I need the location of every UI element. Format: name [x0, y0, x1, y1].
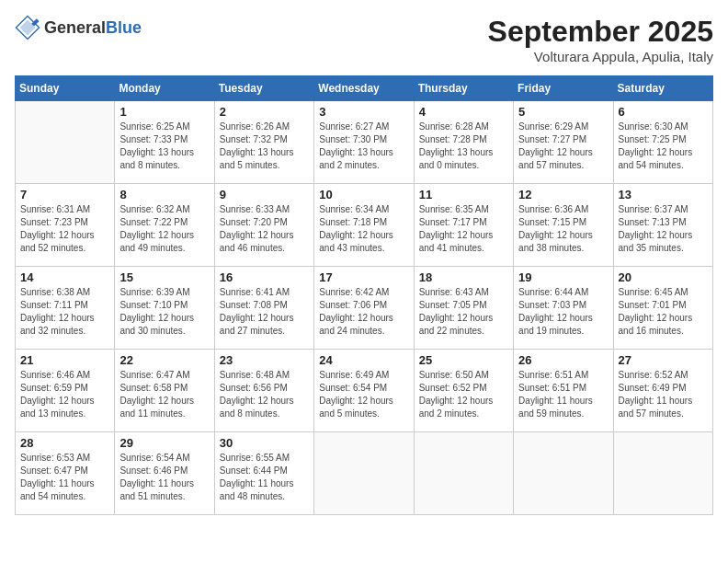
calendar-cell: 7Sunrise: 6:31 AMSunset: 7:23 PMDaylight…	[16, 184, 115, 267]
calendar-cell: 13Sunrise: 6:37 AMSunset: 7:13 PMDayligh…	[613, 184, 712, 267]
day-number: 6	[619, 105, 708, 119]
calendar-cell: 24Sunrise: 6:49 AMSunset: 6:54 PMDayligh…	[314, 350, 414, 432]
day-number: 29	[119, 436, 209, 450]
calendar-cell: 28Sunrise: 6:53 AMSunset: 6:47 PMDayligh…	[16, 432, 115, 515]
calendar-cell: 2Sunrise: 6:26 AMSunset: 7:32 PMDaylight…	[214, 101, 313, 184]
calendar-cell: 21Sunrise: 6:46 AMSunset: 6:59 PMDayligh…	[16, 350, 115, 432]
calendar-cell: 4Sunrise: 6:28 AMSunset: 7:28 PMDaylight…	[414, 101, 513, 184]
calendar-cell: 29Sunrise: 6:54 AMSunset: 6:46 PMDayligh…	[115, 432, 214, 515]
day-number: 11	[419, 188, 508, 201]
day-number: 17	[319, 270, 408, 284]
day-number: 30	[220, 436, 309, 450]
day-number: 14	[20, 270, 109, 284]
day-number: 27	[619, 353, 708, 367]
calendar: SundayMondayTuesdayWednesdayThursdayFrid…	[15, 75, 713, 515]
day-number: 15	[119, 270, 209, 284]
day-info: Sunrise: 6:52 AMSunset: 6:49 PMDaylight:…	[619, 369, 708, 420]
day-info: Sunrise: 6:27 AMSunset: 7:30 PMDaylight:…	[319, 121, 408, 172]
day-info: Sunrise: 6:29 AMSunset: 7:27 PMDaylight:…	[518, 121, 608, 172]
day-info: Sunrise: 6:33 AMSunset: 7:20 PMDaylight:…	[220, 203, 309, 255]
day-number: 4	[419, 105, 508, 119]
weekday-header-row: SundayMondayTuesdayWednesdayThursdayFrid…	[16, 76, 713, 101]
day-number: 24	[319, 353, 408, 367]
location: Volturara Appula, Apulia, Italy	[488, 49, 713, 64]
title-block: September 2025 Volturara Appula, Apulia,…	[488, 15, 713, 64]
week-row: 14Sunrise: 6:38 AMSunset: 7:11 PMDayligh…	[16, 267, 713, 350]
calendar-cell: 20Sunrise: 6:45 AMSunset: 7:01 PMDayligh…	[613, 267, 712, 350]
day-number: 1	[119, 105, 209, 119]
week-row: 28Sunrise: 6:53 AMSunset: 6:47 PMDayligh…	[16, 432, 713, 515]
day-info: Sunrise: 6:38 AMSunset: 7:11 PMDaylight:…	[20, 286, 109, 338]
calendar-cell: 3Sunrise: 6:27 AMSunset: 7:30 PMDaylight…	[314, 101, 414, 184]
day-number: 20	[619, 270, 708, 284]
weekday-header: Sunday	[16, 76, 115, 101]
day-number: 16	[220, 270, 309, 284]
week-row: 7Sunrise: 6:31 AMSunset: 7:23 PMDaylight…	[16, 184, 713, 267]
day-info: Sunrise: 6:39 AMSunset: 7:10 PMDaylight:…	[119, 286, 209, 338]
day-number: 2	[220, 105, 309, 119]
day-number: 7	[20, 188, 109, 201]
day-number: 9	[220, 188, 309, 201]
calendar-cell: 5Sunrise: 6:29 AMSunset: 7:27 PMDaylight…	[514, 101, 613, 184]
calendar-cell: 25Sunrise: 6:50 AMSunset: 6:52 PMDayligh…	[414, 350, 513, 432]
day-info: Sunrise: 6:50 AMSunset: 6:52 PMDaylight:…	[419, 369, 508, 420]
calendar-cell: 22Sunrise: 6:47 AMSunset: 6:58 PMDayligh…	[115, 350, 214, 432]
calendar-cell: 14Sunrise: 6:38 AMSunset: 7:11 PMDayligh…	[16, 267, 115, 350]
weekday-header: Thursday	[414, 76, 513, 101]
calendar-cell: 1Sunrise: 6:25 AMSunset: 7:33 PMDaylight…	[115, 101, 214, 184]
day-info: Sunrise: 6:53 AMSunset: 6:47 PMDaylight:…	[20, 452, 109, 503]
day-number: 8	[119, 188, 209, 201]
weekday-header: Tuesday	[214, 76, 313, 101]
day-info: Sunrise: 6:55 AMSunset: 6:44 PMDaylight:…	[220, 452, 309, 503]
day-info: Sunrise: 6:30 AMSunset: 7:25 PMDaylight:…	[619, 121, 708, 172]
calendar-cell: 6Sunrise: 6:30 AMSunset: 7:25 PMDaylight…	[613, 101, 712, 184]
week-row: 1Sunrise: 6:25 AMSunset: 7:33 PMDaylight…	[16, 101, 713, 184]
logo: GeneralBlue	[15, 15, 142, 40]
logo-icon	[15, 15, 40, 40]
day-number: 12	[518, 188, 608, 201]
day-info: Sunrise: 6:46 AMSunset: 6:59 PMDaylight:…	[20, 369, 109, 420]
calendar-cell: 18Sunrise: 6:43 AMSunset: 7:05 PMDayligh…	[414, 267, 513, 350]
day-number: 26	[518, 353, 608, 367]
page-header: GeneralBlue September 2025 Volturara App…	[15, 15, 713, 64]
day-number: 22	[119, 353, 209, 367]
day-number: 5	[518, 105, 608, 119]
day-number: 23	[220, 353, 309, 367]
day-info: Sunrise: 6:45 AMSunset: 7:01 PMDaylight:…	[619, 286, 708, 338]
day-number: 25	[419, 353, 508, 367]
day-info: Sunrise: 6:25 AMSunset: 7:33 PMDaylight:…	[119, 121, 209, 172]
day-number: 3	[319, 105, 408, 119]
logo-text-general: General	[44, 18, 106, 37]
calendar-cell: 11Sunrise: 6:35 AMSunset: 7:17 PMDayligh…	[414, 184, 513, 267]
weekday-header: Saturday	[613, 76, 712, 101]
weekday-header: Friday	[514, 76, 613, 101]
day-info: Sunrise: 6:49 AMSunset: 6:54 PMDaylight:…	[319, 369, 408, 420]
calendar-cell: 15Sunrise: 6:39 AMSunset: 7:10 PMDayligh…	[115, 267, 214, 350]
day-info: Sunrise: 6:36 AMSunset: 7:15 PMDaylight:…	[518, 203, 608, 255]
day-info: Sunrise: 6:32 AMSunset: 7:22 PMDaylight:…	[119, 203, 209, 255]
day-info: Sunrise: 6:41 AMSunset: 7:08 PMDaylight:…	[220, 286, 309, 338]
day-info: Sunrise: 6:47 AMSunset: 6:58 PMDaylight:…	[119, 369, 209, 420]
calendar-cell: 27Sunrise: 6:52 AMSunset: 6:49 PMDayligh…	[613, 350, 712, 432]
calendar-cell: 23Sunrise: 6:48 AMSunset: 6:56 PMDayligh…	[214, 350, 313, 432]
calendar-cell	[16, 101, 115, 184]
day-number: 13	[619, 188, 708, 201]
day-info: Sunrise: 6:42 AMSunset: 7:06 PMDaylight:…	[319, 286, 408, 338]
day-info: Sunrise: 6:43 AMSunset: 7:05 PMDaylight:…	[419, 286, 508, 338]
day-info: Sunrise: 6:44 AMSunset: 7:03 PMDaylight:…	[518, 286, 608, 338]
day-info: Sunrise: 6:31 AMSunset: 7:23 PMDaylight:…	[20, 203, 109, 255]
calendar-cell: 17Sunrise: 6:42 AMSunset: 7:06 PMDayligh…	[314, 267, 414, 350]
day-info: Sunrise: 6:28 AMSunset: 7:28 PMDaylight:…	[419, 121, 508, 172]
calendar-cell: 19Sunrise: 6:44 AMSunset: 7:03 PMDayligh…	[514, 267, 613, 350]
day-info: Sunrise: 6:48 AMSunset: 6:56 PMDaylight:…	[220, 369, 309, 420]
calendar-cell: 10Sunrise: 6:34 AMSunset: 7:18 PMDayligh…	[314, 184, 414, 267]
day-number: 18	[419, 270, 508, 284]
day-info: Sunrise: 6:37 AMSunset: 7:13 PMDaylight:…	[619, 203, 708, 255]
calendar-cell: 30Sunrise: 6:55 AMSunset: 6:44 PMDayligh…	[214, 432, 313, 515]
calendar-cell: 9Sunrise: 6:33 AMSunset: 7:20 PMDaylight…	[214, 184, 313, 267]
calendar-cell	[314, 432, 414, 515]
day-info: Sunrise: 6:34 AMSunset: 7:18 PMDaylight:…	[319, 203, 408, 255]
day-info: Sunrise: 6:51 AMSunset: 6:51 PMDaylight:…	[518, 369, 608, 420]
calendar-cell: 12Sunrise: 6:36 AMSunset: 7:15 PMDayligh…	[514, 184, 613, 267]
calendar-cell: 26Sunrise: 6:51 AMSunset: 6:51 PMDayligh…	[514, 350, 613, 432]
